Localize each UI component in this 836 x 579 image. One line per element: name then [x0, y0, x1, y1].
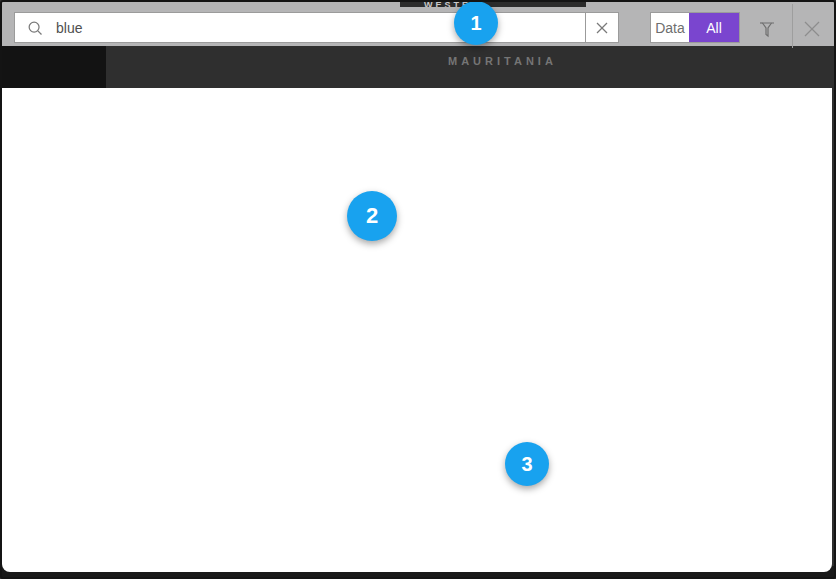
search-input[interactable] — [44, 13, 585, 42]
clear-x-icon — [596, 22, 608, 34]
annotation-callout-1: 1 — [454, 1, 498, 45]
map-ocean-area — [0, 46, 106, 92]
search-results-panel — [2, 88, 832, 572]
app-window: MAURITANIA Data All — [0, 0, 836, 579]
filter-button[interactable] — [757, 19, 777, 43]
close-x-icon — [801, 18, 823, 40]
search-toolbar: Data All — [2, 2, 834, 46]
scope-all-button[interactable]: All — [689, 13, 739, 42]
annotation-callout-3: 3 — [505, 442, 549, 486]
close-search-button[interactable] — [801, 18, 823, 44]
clear-search-button[interactable] — [585, 12, 619, 43]
search-icon — [26, 19, 44, 37]
map-label-mauritania: MAURITANIA — [448, 55, 557, 67]
search-box[interactable] — [14, 12, 586, 43]
filter-funnel-icon — [757, 19, 777, 39]
annotation-callout-2: 2 — [347, 191, 397, 241]
scope-data-button[interactable]: Data — [651, 13, 689, 42]
toolbar-divider — [792, 4, 793, 48]
map-label-patch: WESTER — [400, 0, 586, 7]
search-scope-toggle: Data All — [650, 12, 740, 43]
